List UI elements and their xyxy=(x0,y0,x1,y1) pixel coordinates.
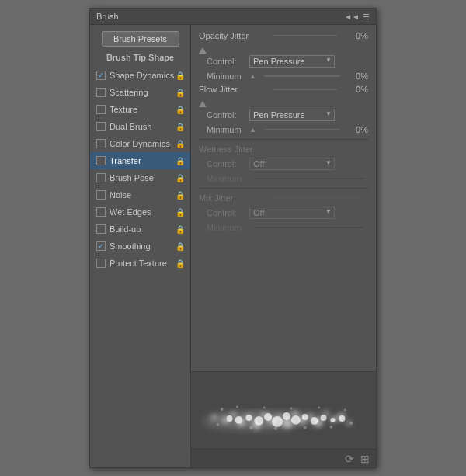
svg-point-25 xyxy=(272,415,283,426)
svg-point-36 xyxy=(263,406,266,408)
dual-brush-checkbox[interactable] xyxy=(96,122,106,131)
svg-point-26 xyxy=(283,412,290,419)
collapse-arrow-1[interactable] xyxy=(199,47,207,54)
min1-arrow: ▲ xyxy=(249,72,256,80)
minimum1-value: 0% xyxy=(345,71,368,81)
bottom-bar: ⟳ ⊞ xyxy=(191,449,376,467)
transfer-label: Transfer xyxy=(110,156,141,165)
wet-edges-lock: 🔒 xyxy=(175,207,186,217)
opacity-jitter-label: Opacity Jitter xyxy=(199,31,269,40)
svg-point-20 xyxy=(227,415,233,421)
minimize-icon[interactable]: ◄◄ xyxy=(344,12,360,21)
sidebar-item-scattering[interactable]: Scattering 🔒 xyxy=(90,84,190,101)
minimum3-slider xyxy=(254,178,363,179)
sidebar-item-smoothing[interactable]: Smoothing 🔒 xyxy=(90,238,190,255)
collapse-arrow-2[interactable] xyxy=(199,101,207,107)
minimum2-label: Minimum xyxy=(207,125,249,134)
transfer-lock: 🔒 xyxy=(175,155,186,166)
smoothing-lock: 🔒 xyxy=(175,241,186,252)
min2-arrow: ▲ xyxy=(249,126,256,134)
flow-jitter-value: 0% xyxy=(341,85,368,94)
sidebar-item-color-dynamics[interactable]: Color Dynamics 🔒 xyxy=(90,135,190,152)
svg-point-38 xyxy=(290,407,292,409)
svg-point-33 xyxy=(221,408,224,411)
svg-point-24 xyxy=(264,412,272,420)
control2-select[interactable]: Pen Pressure xyxy=(249,109,335,121)
minimum4-label: Minimum xyxy=(207,223,249,232)
sidebar-item-texture[interactable]: Texture 🔒 xyxy=(90,101,190,118)
svg-point-30 xyxy=(321,414,327,420)
svg-point-28 xyxy=(302,413,308,419)
scattering-label: Scattering xyxy=(110,88,148,97)
svg-point-23 xyxy=(254,415,263,425)
noise-checkbox[interactable] xyxy=(96,190,106,200)
smoothing-label: Smoothing xyxy=(110,241,151,251)
shape-dynamics-lock: 🔒 xyxy=(175,70,186,81)
control3-select[interactable]: Off xyxy=(249,158,335,170)
svg-point-40 xyxy=(318,406,320,408)
sidebar-item-dual-brush[interactable]: Dual Brush 🔒 xyxy=(90,118,190,135)
color-dynamics-label: Color Dynamics xyxy=(110,139,170,148)
brush-panel: Brush ◄◄ ☰ Brush Presets Brush Tip Shape… xyxy=(89,8,377,468)
flow-jitter-row: Flow Jitter 0% xyxy=(199,85,368,94)
dual-brush-lock: 🔒 xyxy=(175,121,186,132)
noise-label: Noise xyxy=(110,190,131,200)
brush-pose-lock: 🔒 xyxy=(175,172,186,183)
svg-point-35 xyxy=(249,426,252,429)
sidebar-item-transfer[interactable]: Transfer 🔒 xyxy=(90,152,190,169)
opacity-jitter-slider[interactable] xyxy=(273,35,336,36)
sidebar-item-protect-texture[interactable]: Protect Texture 🔒 xyxy=(90,255,190,272)
texture-lock: 🔒 xyxy=(175,104,186,115)
wet-edges-checkbox[interactable] xyxy=(96,207,106,217)
texture-label: Texture xyxy=(110,105,137,114)
sidebar-item-brush-pose[interactable]: Brush Pose 🔒 xyxy=(90,169,190,186)
buildup-lock: 🔒 xyxy=(175,224,186,235)
brush-tip-shape-label: Brush Tip Shape xyxy=(90,53,190,62)
buildup-checkbox[interactable] xyxy=(96,224,106,234)
dual-brush-label: Dual Brush xyxy=(110,122,151,131)
settings-area: Opacity Jitter 0% Control: Pen Pressure xyxy=(191,25,376,371)
sidebar-item-buildup[interactable]: Build-up 🔒 xyxy=(90,221,190,238)
grid-icon[interactable]: ⊞ xyxy=(360,453,370,465)
svg-point-4 xyxy=(231,411,236,415)
protect-texture-label: Protect Texture xyxy=(110,259,167,268)
opacity-jitter-value: 0% xyxy=(341,31,368,40)
svg-point-37 xyxy=(274,426,278,430)
scattering-checkbox[interactable] xyxy=(96,88,106,97)
minimum1-row: Minimum ▲ 0% xyxy=(199,71,368,81)
flow-jitter-slider[interactable] xyxy=(273,89,336,90)
svg-point-43 xyxy=(217,423,219,426)
control3-label: Control: xyxy=(207,159,249,169)
brush-pose-checkbox[interactable] xyxy=(96,173,106,182)
panel-title: Brush xyxy=(96,12,119,21)
color-dynamics-checkbox[interactable] xyxy=(96,139,106,148)
transfer-checkbox[interactable] xyxy=(96,156,106,165)
svg-point-42 xyxy=(344,408,346,411)
texture-checkbox[interactable] xyxy=(96,105,106,114)
control1-select[interactable]: Pen Pressure xyxy=(249,55,335,68)
svg-point-2 xyxy=(212,414,217,419)
svg-point-22 xyxy=(245,414,252,420)
minimum2-row: Minimum ▲ 0% xyxy=(199,125,368,134)
minimum2-value: 0% xyxy=(345,125,368,134)
svg-point-44 xyxy=(350,421,353,424)
brush-presets-button[interactable]: Brush Presets xyxy=(102,31,179,47)
protect-texture-checkbox[interactable] xyxy=(96,259,106,268)
wet-edges-label: Wet Edges xyxy=(110,207,151,217)
smoothing-checkbox[interactable] xyxy=(96,241,106,251)
sidebar-item-noise[interactable]: Noise 🔒 xyxy=(90,186,190,203)
minimum1-label: Minimum xyxy=(207,71,249,81)
svg-point-34 xyxy=(236,405,238,408)
sidebar-item-shape-dynamics[interactable]: Shape Dynamics 🔒 xyxy=(90,67,190,84)
noise-lock: 🔒 xyxy=(175,189,186,200)
shape-dynamics-checkbox[interactable] xyxy=(96,71,106,80)
shape-dynamics-label: Shape Dynamics xyxy=(110,71,174,80)
scattering-lock: 🔒 xyxy=(175,87,186,98)
brush-pose-label: Brush Pose xyxy=(110,173,154,182)
minimum2-slider[interactable] xyxy=(264,129,340,130)
menu-icon[interactable]: ☰ xyxy=(363,12,370,21)
control4-select[interactable]: Off xyxy=(249,207,335,219)
sidebar-item-wet-edges[interactable]: Wet Edges 🔒 xyxy=(90,203,190,221)
minimum1-slider[interactable] xyxy=(264,75,340,77)
recycle-icon[interactable]: ⟳ xyxy=(345,453,354,465)
